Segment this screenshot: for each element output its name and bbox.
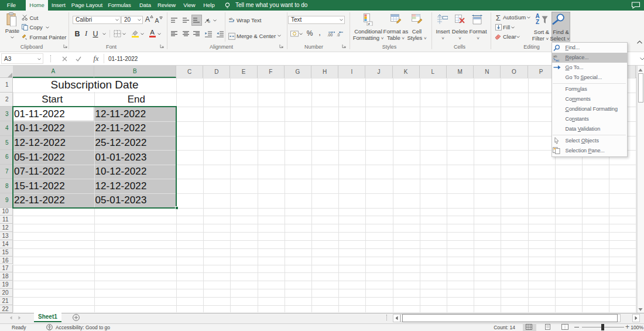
- svg-text:.00: .00: [327, 33, 333, 37]
- svg-text:≠: ≠: [368, 22, 371, 26]
- svg-text:ac: ac: [556, 58, 559, 62]
- svg-text:.0: .0: [337, 33, 340, 37]
- svg-text:ab: ab: [229, 17, 233, 21]
- svg-text:b: b: [208, 19, 210, 23]
- svg-text:ab: ab: [553, 54, 557, 57]
